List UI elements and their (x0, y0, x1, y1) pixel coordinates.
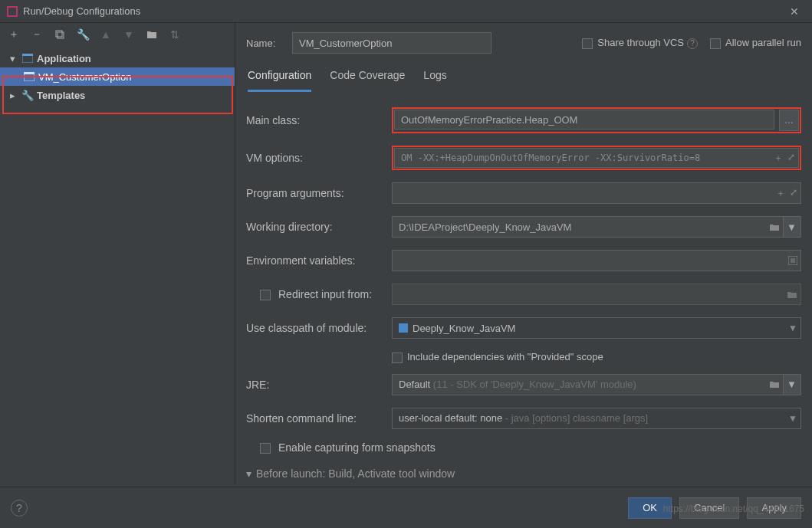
name-label: Name: (246, 38, 284, 49)
classpath-label: Use classpath of module: (246, 322, 392, 334)
env-label: Environment variables: (246, 254, 392, 267)
footer-buttons: OK Cancel Apply (628, 497, 801, 519)
title-bar: Run/Debug Configurations ✕ (0, 0, 812, 23)
cancel-button[interactable]: Cancel (679, 497, 739, 519)
main-panel: Name: Share through VCS? Allow parallel … (235, 23, 812, 485)
before-launch-header[interactable]: ▾ Before launch: Build, Activate tool wi… (246, 467, 801, 480)
expand-icon[interactable]: ⤢ (787, 152, 795, 165)
enable-snapshots-checkbox[interactable]: Enable capturing form snapshots (246, 441, 436, 454)
folder-icon[interactable] (787, 290, 797, 299)
window-title: Run/Debug Configurations (23, 5, 783, 17)
down-icon[interactable]: ▼ (123, 28, 135, 41)
vm-options-field[interactable]: OM -XX:+HeapDumpOnOutOfMemoryError -XX:S… (394, 148, 799, 168)
share-vcs-checkbox[interactable]: Share through VCS? (582, 37, 698, 49)
shorten-select[interactable]: user-local default: none - java [options… (392, 408, 801, 429)
help-icon[interactable]: ? (687, 38, 698, 49)
dropdown-arrow-icon[interactable]: ▼ (783, 374, 801, 395)
dialog-footer: ? OK Cancel Apply https://blog.csdn.net/… (0, 487, 812, 528)
jre-field[interactable]: Default (11 - SDK of 'Deeply_Know_JavaVM… (392, 374, 784, 395)
sidebar: ＋ － 🔧 ▲ ▼ ⇅ ▾ Application VM_CustomerOpt… (0, 23, 235, 485)
svg-rect-1 (8, 8, 16, 15)
insert-macro-icon[interactable]: ＋ (776, 187, 785, 200)
tab-code-coverage[interactable]: Code Coverage (330, 69, 405, 92)
browse-button[interactable]: … (779, 110, 799, 131)
include-provided-checkbox[interactable]: Include dependencies with "Provided" sco… (392, 351, 603, 363)
tree-label: Application (37, 53, 91, 64)
application-icon (21, 52, 34, 64)
allow-parallel-checkbox[interactable]: Allow parallel run (710, 37, 801, 49)
highlight-box-main-class: OutOfMemoryErrorPractice.Heap_OOM … (392, 107, 801, 133)
module-icon (399, 323, 408, 333)
field-action-icons: ＋ ⤢ (776, 187, 797, 200)
shorten-label: Shorten command line: (246, 412, 392, 425)
program-args-label: Program arguments: (246, 187, 392, 199)
dialog-body: ＋ － 🔧 ▲ ▼ ⇅ ▾ Application VM_CustomerOpt… (0, 23, 812, 485)
sort-icon[interactable]: ⇅ (169, 28, 181, 41)
wrench-icon: 🔧 (21, 89, 34, 101)
env-field[interactable] (392, 250, 801, 271)
classpath-row: Use classpath of module: Deeply_Know_Jav… (246, 317, 801, 339)
name-input[interactable] (292, 32, 491, 54)
workdir-row: Working directory: D:\IDEAProject\Deeply… (246, 216, 801, 238)
expand-icon[interactable]: ⤢ (790, 187, 797, 200)
workdir-field[interactable]: D:\IDEAProject\Deeply_Know_JavaVM (392, 216, 784, 238)
help-icon[interactable]: ? (11, 500, 28, 517)
chevron-right-icon: ▸ (6, 89, 18, 101)
svg-rect-2 (56, 31, 62, 37)
redirect-row: Redirect input from: (246, 284, 801, 305)
shorten-row: Shorten command line: user-local default… (246, 408, 801, 429)
checkbox-icon (392, 353, 403, 363)
tree-node-application[interactable]: ▾ Application (0, 49, 235, 67)
remove-icon[interactable]: － (31, 28, 43, 41)
header-right-checks: Share through VCS? Allow parallel run (582, 37, 801, 49)
program-args-row: Program arguments: ＋ ⤢ (246, 182, 801, 204)
config-tree: ▾ Application VM_CustomerOption ▸ 🔧 Temp… (0, 46, 235, 485)
add-icon[interactable]: ＋ (8, 28, 20, 41)
checkbox-icon (710, 38, 721, 49)
copy-icon[interactable] (54, 28, 66, 41)
redirect-field[interactable] (392, 284, 801, 305)
enable-snapshots-row: Enable capturing form snapshots (246, 441, 801, 454)
vm-options-label: VM options: (246, 152, 392, 164)
workdir-label: Working directory: (246, 221, 392, 233)
insert-macro-icon[interactable]: ＋ (774, 152, 783, 165)
wrench-icon[interactable]: 🔧 (77, 28, 89, 41)
tree-label: Templates (37, 90, 85, 101)
svg-rect-3 (58, 32, 64, 38)
sidebar-toolbar: ＋ － 🔧 ▲ ▼ ⇅ (0, 23, 235, 46)
field-action-icons: ＋ ⤢ (774, 152, 795, 165)
tree-node-templates[interactable]: ▸ 🔧 Templates (0, 86, 235, 104)
close-icon[interactable]: ✕ (783, 5, 806, 18)
env-row: Environment variables: (246, 250, 801, 271)
app-icon (6, 5, 18, 18)
dropdown-arrow-icon: ▼ (788, 323, 797, 333)
tab-configuration[interactable]: Configuration (248, 69, 311, 92)
dropdown-arrow-icon: ▼ (788, 413, 797, 424)
dropdown-arrow-icon[interactable]: ▼ (783, 216, 801, 238)
collapse-toggle-icon: ▾ (246, 467, 251, 480)
svg-rect-7 (24, 72, 35, 74)
highlight-box-vm-options: OM -XX:+HeapDumpOnOutOfMemoryError -XX:S… (392, 146, 801, 170)
vm-options-row: VM options: OM -XX:+HeapDumpOnOutOfMemor… (246, 146, 801, 170)
up-icon[interactable]: ▲ (100, 28, 112, 41)
redirect-label: Redirect input from: (246, 288, 392, 300)
config-form: Main class: OutOfMemoryErrorPractice.Hea… (246, 107, 801, 480)
folder-icon[interactable] (769, 380, 780, 389)
checkbox-icon[interactable] (260, 290, 271, 300)
include-provided-row: Include dependencies with "Provided" sco… (246, 351, 801, 363)
svg-rect-5 (22, 54, 33, 56)
jre-label: JRE: (246, 379, 392, 391)
main-class-label: Main class: (246, 114, 392, 126)
classpath-select[interactable]: Deeply_Know_JavaVM ▼ (392, 317, 801, 339)
tree-node-vm-customer-option[interactable]: VM_CustomerOption (0, 67, 235, 86)
apply-button[interactable]: Apply (747, 497, 801, 519)
folder-icon[interactable] (769, 223, 780, 231)
ok-button[interactable]: OK (628, 497, 672, 519)
tab-logs[interactable]: Logs (423, 69, 446, 92)
program-args-field[interactable]: ＋ ⤢ (392, 182, 801, 204)
chevron-down-icon: ▾ (6, 52, 18, 64)
main-class-field[interactable]: OutOfMemoryErrorPractice.Heap_OOM (394, 110, 774, 130)
list-edit-icon[interactable] (788, 256, 797, 265)
folder-icon[interactable] (146, 28, 158, 41)
tree-label: VM_CustomerOption (38, 71, 131, 83)
